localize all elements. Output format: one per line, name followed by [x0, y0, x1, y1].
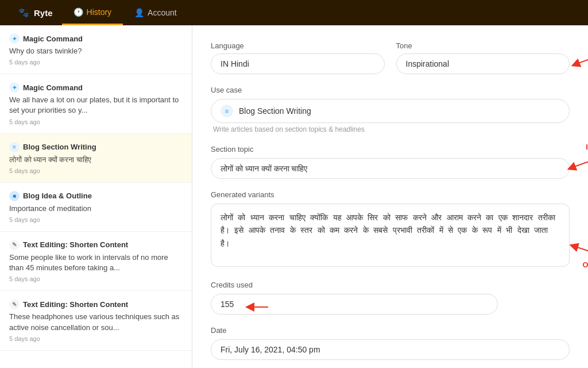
layout: ✦ Magic Command Why do stars twinkle? 5 … [0, 25, 588, 368]
sidebar-item-text: Why do stars twinkle? [9, 46, 183, 56]
section-topic-input[interactable] [211, 158, 570, 179]
sidebar-item-time: 5 days ago [9, 59, 183, 66]
nav-tab-account-label: Account [148, 8, 177, 17]
language-group: Language [211, 41, 385, 74]
blog-section-icon: ≡ [9, 142, 20, 152]
tone-arrow-annotation [564, 49, 588, 72]
date-section: Date [211, 326, 570, 360]
sidebar-item-text: Importance of meditation [9, 204, 183, 214]
credits-label: Credits used [211, 281, 570, 289]
main-content: Language Tone Use case ≡ Blog Section Wr… [192, 25, 588, 368]
list-item[interactable]: ✎ Text Editing: Shorten Content These he… [0, 291, 192, 350]
use-case-box[interactable]: ≡ Blog Section Writing [211, 99, 570, 123]
sidebar-item-text: We all have a lot on our plates, but it … [9, 95, 183, 116]
text-edit-icon: ✎ [9, 240, 20, 250]
input-arrow-annotation [563, 156, 588, 174]
input-annotation-text: Input [586, 143, 588, 151]
sidebar-item-text: These headphones use various techniques … [9, 312, 183, 332]
sidebar-item-title: Text Editing: Shorten Content [23, 300, 128, 309]
sidebar-item-time: 5 days ago [9, 216, 183, 223]
use-case-label: Use case [211, 86, 570, 94]
logo-icon: 🐾 [18, 7, 29, 18]
sidebar-item-title: Magic Command [23, 34, 83, 43]
nav-tab-account[interactable]: 👤 Account [123, 0, 188, 25]
blog-idea-icon: ■ [9, 191, 20, 201]
section-topic-label: Section topic [211, 145, 570, 154]
sidebar-item-text: Some people like to work in intervals of… [9, 252, 183, 273]
sidebar-item-title: Blog Section Writing [23, 143, 96, 151]
output-arrow-annotation [565, 240, 588, 258]
sidebar-item-time: 5 days ago [9, 275, 183, 282]
use-case-section: Use case ≡ Blog Section Writing Write ar… [211, 86, 570, 133]
credits-arrow-annotation [245, 301, 274, 313]
output-annotation-text: Output [582, 260, 588, 269]
magic-command-icon: ✦ [9, 82, 20, 93]
list-item[interactable]: ✦ Magic Command Why do stars twinkle? 5 … [0, 25, 192, 74]
use-case-description: Write articles based on section topics &… [211, 125, 570, 133]
sidebar-item-time: 5 days ago [9, 167, 183, 174]
list-item[interactable]: ✦ Magic Command We all have a lot on our… [0, 74, 192, 133]
account-icon: 👤 [134, 8, 144, 17]
tone-input[interactable] [396, 53, 570, 74]
list-item[interactable]: ≡ Blog Section Writing लोगों को ध्यान क्… [0, 134, 192, 183]
magic-command-icon: ✦ [9, 33, 20, 44]
generated-variants-textarea[interactable]: लोगों को ध्यान करना चाहिए क्योंकि यह आपक… [211, 204, 570, 267]
sidebar-item-title: Magic Command [23, 83, 83, 92]
date-input [211, 339, 570, 360]
list-item[interactable]: ✎ Text Editing: Shorten Content Some peo… [0, 232, 192, 291]
logo[interactable]: 🐾 Ryte [9, 0, 62, 25]
language-input[interactable] [211, 53, 385, 74]
use-case-icon: ≡ [220, 105, 233, 117]
use-case-value: Blog Section Writing [239, 106, 311, 116]
sidebar-item-text: लोगों को ध्यान क्यों करना चाहिए [9, 155, 183, 165]
section-topic-section: Section topic Input [211, 145, 570, 179]
sidebar-item-time: 5 days ago [9, 118, 183, 125]
logo-text: Ryte [34, 8, 53, 18]
sidebar-item-title: Blog Idea & Outline [23, 191, 92, 200]
credits-section: Credits used [211, 281, 570, 315]
generated-variants-label: Generated variants [211, 190, 570, 199]
sidebar: ✦ Magic Command Why do stars twinkle? 5 … [0, 25, 192, 368]
generated-variants-section: Generated variants लोगों को ध्यान करना च… [211, 190, 570, 269]
sidebar-item-title: Text Editing: Shorten Content [23, 240, 128, 249]
tone-label: Tone [396, 41, 570, 50]
nav-tab-history[interactable]: 🕐 History [62, 0, 123, 25]
nav-tab-history-label: History [87, 7, 112, 17]
history-icon: 🕐 [74, 7, 83, 17]
language-tone-row: Language Tone [211, 41, 570, 74]
date-label: Date [211, 326, 570, 335]
tone-group: Tone [396, 41, 570, 74]
language-label: Language [211, 41, 385, 50]
sidebar-item-time: 5 days ago [9, 335, 183, 342]
list-item[interactable]: ■ Blog Idea & Outline Importance of medi… [0, 183, 192, 232]
text-edit-icon: ✎ [9, 299, 20, 309]
navbar: 🐾 Ryte 🕐 History 👤 Account [0, 0, 588, 25]
